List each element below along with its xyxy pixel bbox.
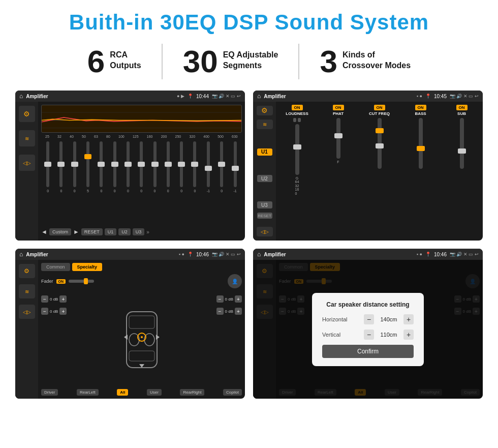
screen-amp-topbar: ⌂ Amplifier ▪ ● 📍 10:45 📷 🔊 ✕ ▭ ↩ (253, 91, 483, 102)
amp-ch-bass: ON BASS (401, 105, 440, 237)
home-icon-3[interactable]: ⌂ (19, 251, 23, 258)
amp-main: ON LOUDNESS G 64 32 16 (276, 102, 483, 241)
cutfreq-on-badge: ON (374, 105, 385, 110)
home-icon-4[interactable]: ⌂ (257, 251, 261, 258)
stat-eq-line1: EQ Adjustable (223, 50, 278, 61)
stat-rca-number: 6 (87, 46, 105, 77)
amp-vol-btn[interactable]: ◁▷ (257, 227, 273, 236)
dialog-vertical-label: Vertical (322, 332, 358, 338)
amp-reset-btn[interactable]: RESET (257, 213, 272, 219)
loudness-val: G (296, 176, 298, 180)
fader-thumb (84, 278, 88, 284)
fader-track[interactable] (69, 280, 94, 283)
eq-next-icon[interactable]: ► (73, 228, 79, 235)
amp-tune-btn[interactable]: ⚙ (257, 106, 273, 115)
sub-name: SUB (457, 111, 466, 116)
sp-tab-specialty[interactable]: Specialty (72, 263, 103, 271)
eq-slider-5: 0 (113, 141, 116, 223)
speaker-layout: − 0 dB + − 0 dB + (41, 292, 242, 387)
eq-u2-btn[interactable]: U2 (118, 228, 131, 235)
dialog-horizontal-control: − 140cm + (364, 314, 414, 324)
dialog-title: Car speaker distance setting (322, 301, 414, 308)
page-wrapper: Buith-in 30EQ DSP Sound System 6 RCA Out… (0, 0, 498, 409)
dialog-row-horizontal: Horizontal − 140cm + (322, 314, 414, 324)
sp-rearleft-btn[interactable]: RearLeft (77, 389, 99, 396)
sp-minus-rr[interactable]: − (216, 308, 224, 315)
eq-slider-0: 0 (46, 141, 49, 223)
main-title: Buith-in 30EQ DSP Sound System (15, 10, 483, 35)
sp-minus-rl[interactable]: − (41, 308, 48, 315)
amp-ch-loudness: ON LOUDNESS G 64 32 16 (278, 105, 316, 237)
dialog-vertical-minus[interactable]: − (364, 330, 374, 340)
fader-on-badge: ON (56, 279, 66, 284)
sp-minus-fl[interactable]: − (41, 295, 48, 303)
eq-main: 2532 4050 6380 100125 160200 250320 4005… (38, 102, 245, 241)
sp-plus-fl[interactable]: + (59, 295, 67, 303)
sp-rearright-btn[interactable]: RearRight (180, 389, 204, 396)
stat-rca-line1: RCA (110, 50, 141, 61)
stat-rca-line2: Outputs (110, 61, 141, 71)
eq-tune-btn[interactable]: ⚙ (19, 106, 35, 122)
eq-vol-btn[interactable]: ◁▷ (19, 155, 35, 171)
loudness-name: LOUDNESS (286, 111, 308, 116)
sp-copilot-btn[interactable]: Copilot (223, 389, 242, 396)
sp-user-btn[interactable]: User (147, 389, 162, 396)
dialog-horizontal-plus[interactable]: + (403, 314, 414, 324)
sp-plus-fr[interactable]: + (235, 295, 242, 303)
amp-topbar-title: Amplifier (264, 94, 414, 99)
home-icon-2[interactable]: ⌂ (257, 93, 261, 100)
dialog-bg: ⚙ ≋ ◁▷ Common Specialty Fader ON (253, 260, 483, 399)
stat-eq: 30 EQ Adjustable Segments (163, 46, 299, 77)
eq-slider-10: 0 (180, 141, 183, 223)
svg-rect-3 (127, 312, 157, 368)
speaker-main: Common Specialty Fader ON 👤 (38, 260, 245, 399)
amp-u2-btn[interactable]: U2 (257, 175, 272, 182)
amp-u3-btn[interactable]: U3 (257, 201, 272, 208)
amp-wave-btn[interactable]: ≋ (257, 120, 273, 129)
dialog-vertical-plus[interactable]: + (403, 330, 414, 340)
speaker-topbar-controls: 📷 🔊 ✕ ▭ ↩ (212, 252, 241, 257)
eq-reset-btn[interactable]: RESET (81, 228, 103, 235)
dialog-row-vertical: Vertical − 110cm + (322, 330, 414, 340)
stat-crossover-number: 3 (320, 46, 337, 77)
location-icon: 📍 (188, 94, 193, 99)
amp-u1-btn[interactable]: U1 (257, 148, 272, 156)
speaker-sidebar: ⚙ ≋ ◁▷ (15, 260, 38, 399)
cutfreq-slider[interactable] (378, 118, 382, 169)
eq-prev-icon[interactable]: ◄ (41, 228, 47, 235)
eq-u3-btn[interactable]: U3 (133, 228, 145, 235)
sp-wave-btn[interactable]: ≋ (19, 284, 35, 298)
eq-custom-btn[interactable]: Custom (49, 228, 71, 235)
sp-tab-common[interactable]: Common (41, 263, 70, 271)
stat-crossover-text: Kinds of Crossover Modes (343, 46, 411, 71)
sp-all-btn[interactable]: All (117, 389, 128, 396)
sub-on-badge: ON (456, 105, 468, 110)
stat-eq-text: EQ Adjustable Segments (223, 46, 278, 71)
sp-val-fr: 0 dB (225, 297, 233, 302)
sp-vol-btn[interactable]: ◁▷ (19, 305, 35, 319)
sp-minus-fr[interactable]: − (216, 295, 224, 303)
dialog-horizontal-minus[interactable]: − (364, 314, 374, 324)
eq-slider-6: 0 (127, 141, 130, 223)
loudness-slider[interactable] (295, 124, 299, 175)
screen-amp: ⌂ Amplifier ▪ ● 📍 10:45 📷 🔊 ✕ ▭ ↩ ⚙ ≋ U1… (253, 91, 483, 241)
sp-plus-rr[interactable]: + (235, 308, 242, 315)
sub-slider[interactable] (460, 118, 464, 169)
amp-topbar-icons: ▪ ● (417, 94, 422, 99)
sp-driver-btn[interactable]: Driver (41, 389, 58, 396)
eq-more-icon[interactable]: » (146, 229, 149, 235)
eq-wave-btn[interactable]: ≋ (19, 130, 35, 146)
eq-slider-13: 0 (220, 141, 223, 223)
eq-graph (41, 105, 242, 133)
confirm-button[interactable]: Confirm (322, 345, 414, 358)
phat-slider[interactable] (336, 118, 340, 159)
home-icon[interactable]: ⌂ (19, 93, 23, 100)
sp-plus-rl[interactable]: + (59, 308, 67, 315)
bass-slider[interactable] (419, 118, 423, 169)
sp-tune-btn[interactable]: ⚙ (19, 264, 35, 278)
svg-rect-4 (129, 316, 154, 328)
amp-topbar-time: 10:45 (434, 94, 447, 99)
eq-u1-btn[interactable]: U1 (105, 228, 117, 235)
sp-person-icon: 👤 (228, 274, 242, 288)
location-icon-4: 📍 (425, 252, 431, 257)
